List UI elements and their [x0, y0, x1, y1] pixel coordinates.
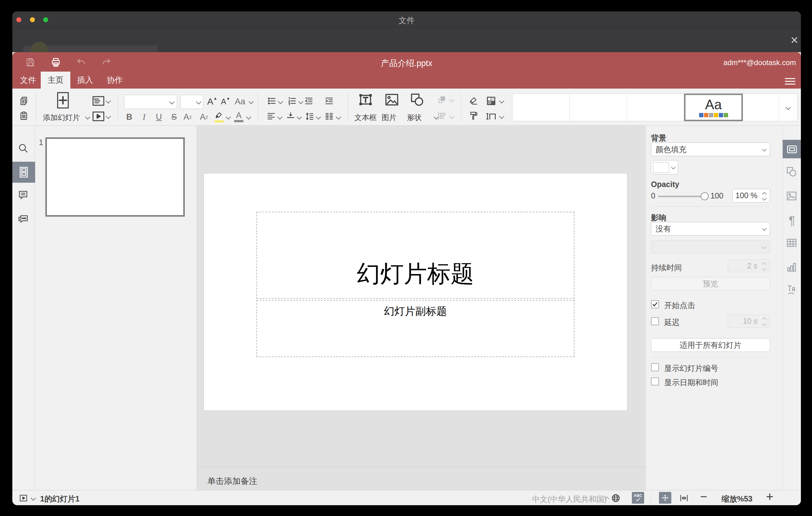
numbering-button[interactable] — [287, 95, 298, 107]
slides-panel-button[interactable] — [12, 162, 35, 183]
workspace: 1 幻灯片标题 幻灯片副标题 单击添加备注 背景 颜色填充 — [12, 125, 801, 490]
start-slideshow-status-button[interactable] — [19, 493, 28, 503]
insert-image-label[interactable]: 图片 — [375, 113, 403, 122]
slide-size-button[interactable] — [485, 110, 497, 122]
columns-button[interactable] — [324, 111, 335, 122]
zoom-out-button[interactable]: − — [698, 490, 709, 504]
underline-button[interactable]: U — [153, 111, 165, 123]
subscript-button[interactable]: A2 — [198, 111, 210, 123]
image-settings-button[interactable] — [786, 191, 798, 203]
check-icon — [636, 498, 640, 501]
add-slide-button[interactable] — [56, 90, 70, 110]
decrease-indent-button[interactable] — [303, 95, 314, 107]
decrease-font-button[interactable]: A▼ — [219, 95, 232, 108]
fit-to-width-button[interactable] — [678, 492, 690, 504]
effect-type-select-disabled[interactable] — [651, 240, 770, 253]
chevron-down-icon — [226, 114, 231, 120]
insert-image-button[interactable] — [384, 91, 400, 108]
theme-gallery-expand-button[interactable] — [779, 94, 798, 121]
align-shape-button[interactable] — [436, 110, 447, 121]
font-name-input[interactable] — [124, 95, 177, 109]
title-placeholder[interactable]: 幻灯片标题 — [256, 212, 575, 299]
copy-style-button[interactable] — [468, 110, 479, 121]
slide-layout-button[interactable] — [92, 95, 105, 107]
language-selector[interactable]: 中文(中华人民共和国) — [532, 494, 607, 504]
close-icon[interactable]: × — [788, 33, 801, 47]
superscript-button[interactable]: A2 — [181, 111, 194, 123]
fit-to-slide-button[interactable] — [659, 492, 671, 504]
theme-item[interactable] — [627, 94, 684, 121]
chevron-down-icon — [762, 266, 767, 271]
slide-thumbnail-selected[interactable] — [45, 137, 185, 217]
vertical-align-button[interactable] — [285, 111, 296, 122]
theme-item[interactable] — [513, 94, 570, 121]
apply-to-all-slides-button[interactable]: 适用于所有幻灯片 — [651, 338, 770, 352]
delay-checkbox[interactable] — [651, 317, 659, 325]
bullets-button[interactable] — [266, 95, 277, 107]
textart-icon — [786, 284, 798, 296]
preview-button[interactable]: 预览 — [651, 277, 770, 290]
increase-font-button[interactable]: A▲ — [206, 95, 219, 108]
increase-indent-button[interactable] — [324, 95, 335, 107]
delay-spinner[interactable]: 10 s — [728, 314, 770, 327]
start-slideshow-button[interactable] — [92, 110, 105, 122]
opacity-slider-knob[interactable] — [701, 192, 709, 200]
effect-select[interactable]: 没有 — [651, 222, 770, 235]
shape-settings-button[interactable] — [786, 166, 798, 178]
insert-textbox-button[interactable] — [357, 91, 374, 108]
chevron-down-icon — [762, 196, 767, 201]
strikeout-button[interactable]: S — [168, 111, 180, 123]
color-scheme-button[interactable] — [485, 95, 497, 107]
chart-settings-button[interactable] — [786, 261, 798, 274]
theme-item[interactable] — [743, 94, 779, 121]
paste-button[interactable] — [18, 110, 29, 121]
tab-collaboration[interactable]: 协作 — [100, 71, 129, 89]
italic-button[interactable]: I — [138, 111, 150, 123]
slide-canvas[interactable]: 幻灯片标题 幻灯片副标题 — [204, 173, 627, 410]
font-size-input[interactable] — [180, 95, 203, 109]
chat-button[interactable] — [18, 213, 30, 225]
arrange-shape-button[interactable] — [436, 94, 447, 105]
start-on-click-checkbox[interactable] — [651, 300, 659, 308]
bold-button[interactable]: B — [123, 111, 136, 123]
vertical-align-icon — [286, 111, 295, 121]
tab-insert[interactable]: 插入 — [70, 71, 100, 89]
comments-button[interactable] — [18, 190, 30, 202]
zoom-in-button[interactable]: + — [764, 489, 775, 504]
paint-roller-icon — [469, 111, 478, 121]
line-spacing-button[interactable] — [304, 111, 315, 122]
insert-shape-label[interactable]: 形状 — [401, 113, 428, 122]
opacity-slider-track[interactable] — [658, 196, 703, 197]
textart-settings-button[interactable] — [786, 284, 798, 296]
theme-item-selected[interactable]: Aa — [684, 93, 743, 121]
insert-shape-button[interactable] — [409, 91, 425, 108]
add-slide-label[interactable]: 添加幻灯片 — [35, 113, 88, 122]
notes-area[interactable]: 单击添加备注 — [197, 467, 645, 490]
copy-button[interactable] — [18, 95, 29, 107]
duration-spinner[interactable]: 2 s — [728, 259, 770, 272]
highlight-color-button[interactable] — [213, 111, 225, 123]
spellcheck-button[interactable]: ABC — [632, 492, 644, 504]
chevron-down-icon — [449, 114, 455, 119]
horizontal-align-button[interactable] — [266, 111, 277, 122]
chevron-down-icon — [278, 99, 283, 104]
paragraph-settings-button[interactable]: ¶ — [786, 214, 798, 227]
search-button[interactable] — [18, 143, 30, 155]
subtitle-placeholder[interactable]: 幻灯片副标题 — [256, 300, 575, 357]
fill-type-select[interactable]: 颜色填充 — [651, 143, 770, 156]
show-date-time-checkbox[interactable] — [651, 377, 659, 385]
hamburger-menu-icon[interactable] — [785, 76, 795, 84]
opacity-value-spinner[interactable]: 100 % — [732, 189, 770, 202]
font-color-button[interactable]: A — [233, 110, 244, 123]
show-slide-number-checkbox[interactable] — [651, 363, 659, 371]
set-language-button[interactable] — [610, 492, 621, 504]
chevron-down-icon — [762, 245, 767, 249]
clear-style-button[interactable] — [468, 95, 479, 107]
change-case-button[interactable]: Aa — [232, 95, 248, 108]
fill-color-button[interactable] — [651, 160, 678, 174]
tab-file[interactable]: 文件 — [16, 71, 41, 89]
tab-home[interactable]: 主页 — [41, 71, 70, 89]
table-settings-button[interactable] — [786, 238, 798, 250]
slide-settings-button[interactable] — [783, 140, 801, 158]
theme-item[interactable] — [570, 94, 627, 121]
